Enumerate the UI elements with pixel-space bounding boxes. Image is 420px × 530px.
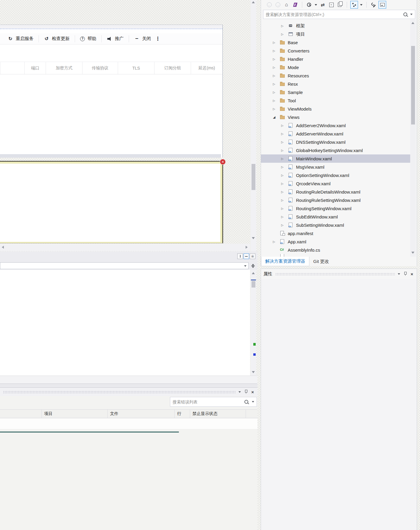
tree-item[interactable]: Mode xyxy=(261,63,411,71)
panel-grip[interactable] xyxy=(275,273,395,275)
pin-icon[interactable] xyxy=(245,390,247,394)
designer-message-textbox[interactable] xyxy=(0,161,223,243)
filter-dropdown-icon[interactable] xyxy=(314,1,318,8)
expander-icon[interactable] xyxy=(281,149,288,152)
close-service-button[interactable]: 关闭 xyxy=(134,36,151,41)
expander-icon[interactable] xyxy=(273,74,280,77)
promote-button[interactable]: 推广 xyxy=(107,36,124,41)
panel-grip[interactable] xyxy=(3,391,236,393)
close-icon[interactable]: × xyxy=(251,390,254,394)
expander-icon[interactable] xyxy=(273,58,280,61)
expander-icon[interactable] xyxy=(281,190,288,194)
tree-item[interactable]: GlobalHotkeySettingWindow.xaml xyxy=(261,146,411,154)
expander-icon[interactable] xyxy=(281,24,288,28)
tab-git-changes[interactable]: Git 更改 xyxy=(309,257,333,266)
home-icon[interactable] xyxy=(283,1,290,8)
expander-icon[interactable] xyxy=(273,82,280,86)
tree-item[interactable] xyxy=(261,254,411,257)
scroll-up-icon[interactable] xyxy=(252,1,255,3)
tree-item[interactable]: Resources xyxy=(261,71,411,80)
scroll-right-icon[interactable] xyxy=(246,246,248,249)
copy-documents-icon[interactable] xyxy=(336,1,343,8)
tree-item[interactable]: MsgView.xaml xyxy=(261,163,411,171)
expander-icon[interactable] xyxy=(281,132,288,135)
scroll-down-icon[interactable] xyxy=(252,371,255,373)
properties-wrench-icon[interactable] xyxy=(370,1,377,8)
pending-changes-filter-icon[interactable] xyxy=(306,1,313,8)
collapse-all-icon[interactable] xyxy=(328,1,335,8)
vertical-split-button[interactable] xyxy=(237,253,243,259)
error-list-search-box[interactable] xyxy=(170,397,257,407)
xaml-code-editor[interactable] xyxy=(0,270,250,376)
expander-icon[interactable] xyxy=(281,207,288,210)
window-position-icon[interactable] xyxy=(238,391,241,393)
sync-with-active-document-icon[interactable] xyxy=(292,1,299,8)
scroll-up-icon[interactable] xyxy=(252,272,255,274)
error-list-column-header[interactable]: 行 xyxy=(174,410,190,418)
expander-icon[interactable] xyxy=(273,49,280,52)
tree-item[interactable]: MainWindow.xaml xyxy=(261,154,411,163)
expander-icon[interactable] xyxy=(273,240,280,243)
expander-icon[interactable] xyxy=(273,99,280,102)
solution-explorer-search-input[interactable] xyxy=(263,12,403,17)
tab-solution-explorer[interactable]: 解决方案资源管理器 xyxy=(261,257,309,266)
pane-divider[interactable] xyxy=(0,384,257,388)
expander-icon[interactable] xyxy=(273,107,280,111)
designer-editor-split-bar[interactable]: ⇊ xyxy=(0,251,257,262)
tree-item[interactable]: 框架 xyxy=(261,22,411,30)
tree-item[interactable]: DNSSettingWindow.xaml xyxy=(261,138,411,146)
designer-app-window[interactable]: 重启服务 检查更新 帮助 推广 xyxy=(0,25,223,158)
tree-item[interactable]: Converters xyxy=(261,47,411,55)
help-button[interactable]: 帮助 xyxy=(80,36,96,41)
scrollbar-thumb[interactable] xyxy=(411,46,415,124)
check-update-button[interactable]: 检查更新 xyxy=(44,36,70,41)
error-list-column-header[interactable]: 文件 xyxy=(107,410,174,418)
expander-icon[interactable] xyxy=(281,182,288,185)
show-all-files-icon[interactable] xyxy=(350,1,358,9)
restart-service-button[interactable]: 重启服务 xyxy=(8,36,34,41)
tree-item[interactable]: Base xyxy=(261,38,411,47)
tree-item[interactable]: RoutingRuleDetailsWindow.xaml xyxy=(261,188,411,196)
designer-horizontal-scrollbar[interactable] xyxy=(0,244,250,251)
expander-icon[interactable] xyxy=(281,224,288,227)
window-position-icon[interactable] xyxy=(398,273,400,275)
tree-item[interactable]: app.manifest xyxy=(261,229,411,237)
scroll-up-icon[interactable] xyxy=(411,22,414,24)
pin-icon[interactable] xyxy=(404,272,407,276)
more-menu-button[interactable] xyxy=(155,36,163,41)
scroll-left-icon[interactable] xyxy=(2,246,4,249)
horizontal-split-button[interactable] xyxy=(244,253,249,259)
editor-vertical-scrollbar[interactable] xyxy=(251,270,256,376)
designer-error-badge-icon[interactable]: ✕ xyxy=(220,159,226,165)
tree-item[interactable]: Views xyxy=(261,113,411,121)
tree-item[interactable]: SubEditWindow.xaml xyxy=(261,213,411,221)
tree-item[interactable]: RoutingRuleSettingWindow.xaml xyxy=(261,196,411,204)
tree-item[interactable]: Resx xyxy=(261,80,411,88)
scrollbar-thumb[interactable] xyxy=(252,281,255,288)
tree-item[interactable]: RoutingSettingWindow.xaml xyxy=(261,204,411,213)
expander-icon[interactable] xyxy=(273,66,280,69)
scroll-down-icon[interactable] xyxy=(411,252,414,254)
expander-icon[interactable] xyxy=(281,141,288,144)
search-dropdown-icon[interactable] xyxy=(410,14,413,15)
scrollbar-thumb[interactable] xyxy=(252,164,255,190)
tree-item[interactable]: AssemblyInfo.cs xyxy=(261,246,411,254)
expander-icon[interactable] xyxy=(273,115,280,119)
error-list-column-header[interactable]: 禁止显示状态 xyxy=(190,410,246,418)
tree-item[interactable]: Handler xyxy=(261,55,411,63)
solution-tree-scrollbar[interactable] xyxy=(410,20,416,257)
tree-item[interactable]: ViewModels xyxy=(261,105,411,113)
solution-explorer-search-box[interactable] xyxy=(263,10,415,19)
element-dropdown[interactable] xyxy=(0,262,249,269)
error-list-column-header[interactable]: 项目 xyxy=(42,410,107,418)
expander-icon[interactable] xyxy=(281,33,288,36)
error-list-search-input[interactable] xyxy=(170,400,244,404)
tree-item[interactable]: Tool xyxy=(261,96,411,105)
show-all-files-dropdown-icon[interactable] xyxy=(359,1,363,8)
tree-item[interactable]: QrcodeView.xaml xyxy=(261,179,411,188)
preview-selected-items-icon[interactable] xyxy=(378,1,386,9)
designer-vertical-scrollbar[interactable] xyxy=(251,0,256,251)
expander-icon[interactable] xyxy=(281,174,288,177)
collapse-pane-button[interactable]: ⇊ xyxy=(250,253,255,259)
search-dropdown-icon[interactable] xyxy=(252,401,254,403)
